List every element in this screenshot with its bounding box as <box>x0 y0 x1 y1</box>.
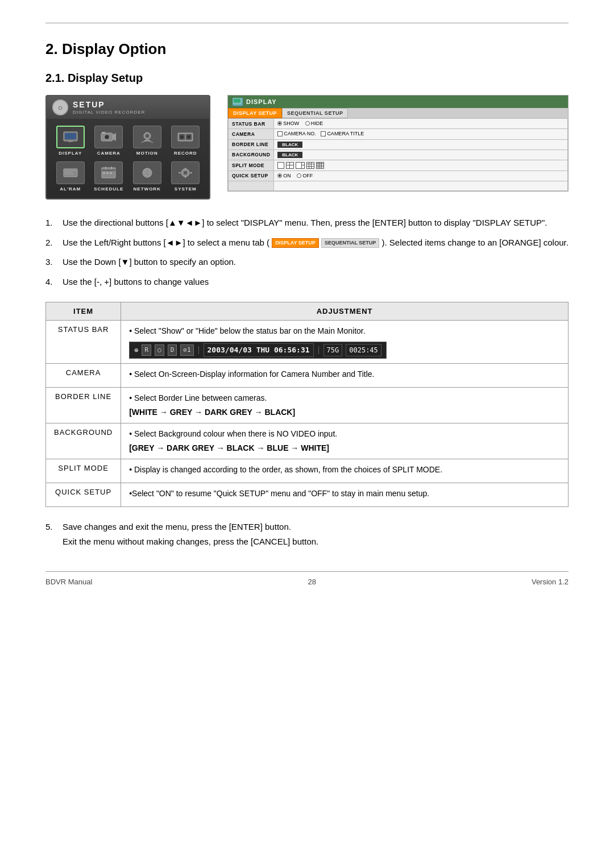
status-hdd-display: 75G <box>323 344 343 356</box>
borderline-value: BLACK <box>274 139 568 149</box>
camera-value: CAMERA NO. CAMERA TITLE <box>274 129 568 140</box>
table-row-splitmode: SPLIT MODE • Display is changed accordin… <box>46 459 569 483</box>
setup-subtitle: DIGITAL VIDEO RECORDER <box>73 110 145 115</box>
svg-point-14 <box>187 135 190 139</box>
setup-icon-display[interactable]: DISPLAY <box>53 126 88 156</box>
setup-icon-alarm[interactable]: AL'RAM <box>53 161 88 192</box>
instructions-list: 1. Use the directional buttons [▲▼◄►] to… <box>45 217 569 288</box>
table-adj-background: • Select Background colour when there is… <box>121 423 569 459</box>
instruction-4-num: 4. <box>45 276 57 289</box>
setup-icon-motion[interactable]: MOTION <box>130 126 164 156</box>
borderline-badge: BLACK <box>277 142 302 148</box>
record-icon-label: RECORD <box>174 151 197 156</box>
table-item-quicksetup: QUICK SETUP <box>46 483 121 506</box>
setup-icons-row1: DISPLAY CAMERA <box>47 119 209 159</box>
display-panel-header: DISPLAY <box>228 95 568 108</box>
display-row-statusbar: STATUS BAR SHOW HIDE <box>229 119 568 129</box>
setup-icons-row2: AL'RAM SCHEDULE <box>47 159 209 198</box>
statusbar-hide-option[interactable]: HIDE <box>305 121 323 126</box>
background-value: BLACK <box>274 149 568 160</box>
quicksetup-value: ON OFF <box>274 171 568 181</box>
splitmode-value <box>274 160 568 171</box>
display-empty-row <box>229 181 568 190</box>
setup-icon-system[interactable]: SYSTEM <box>168 161 202 192</box>
svg-point-32 <box>184 171 187 175</box>
svg-rect-25 <box>110 172 112 174</box>
background-badge: BLACK <box>277 152 302 158</box>
footer-left: BDVR Manual <box>45 578 92 586</box>
svg-rect-35 <box>179 172 181 173</box>
table-item-camera: CAMERA <box>46 363 121 387</box>
statusbar-show-radio[interactable] <box>277 121 282 126</box>
table-adj-splitmode: • Display is changed according to the or… <box>121 459 569 483</box>
svg-rect-23 <box>103 172 105 174</box>
camera-no-checkbox[interactable] <box>277 131 283 136</box>
statusbar-demo-container: ⊕ R ○ D ⊘1 2003/04/03 THU 06:56:31 75G 0… <box>129 339 560 359</box>
svg-rect-24 <box>106 172 109 174</box>
schedule-icon-box <box>94 161 123 184</box>
motion-icon-box <box>133 126 161 148</box>
record-icon-box <box>171 126 200 148</box>
status-seg-o: ○ <box>155 344 164 356</box>
quicksetup-on-option[interactable]: ON <box>277 173 291 178</box>
statusbar-hide-radio[interactable] <box>305 121 310 126</box>
setup-icon-network[interactable]: NETWORK <box>130 161 164 192</box>
instruction-1-num: 1. <box>45 217 57 230</box>
instruction-1-text: Use the directional buttons [▲▼◄►] to se… <box>63 217 569 230</box>
display-row-borderline: BORDER LINE BLACK <box>229 139 568 149</box>
quicksetup-off-radio[interactable] <box>297 173 301 178</box>
svg-rect-2 <box>68 141 73 142</box>
instruction-4-text: Use the [-, +] buttons to change values <box>63 276 569 289</box>
camera-title-option[interactable]: CAMERA TITLE <box>321 131 364 136</box>
table-item-splitmode: SPLIT MODE <box>46 459 121 483</box>
display-row-background: BACKGROUND BLACK <box>229 149 568 160</box>
table-item-statusbar: STATUS BAR <box>46 321 121 364</box>
background-adj-text1: • Select Background colour when there is… <box>129 428 560 440</box>
display-row-quicksetup: QUICK SETUP ON OFF <box>229 171 568 181</box>
table-row-statusbar: STATUS BAR • Select "Show" or "Hide" bel… <box>46 321 569 364</box>
svg-point-13 <box>180 135 184 139</box>
system-icon-label: SYSTEM <box>175 186 197 192</box>
svg-rect-7 <box>102 132 105 134</box>
svg-rect-20 <box>102 169 115 171</box>
splitmode-adj-text: • Display is changed according to the or… <box>129 464 560 476</box>
table-row-borderline: BORDER LINE • Select Border Line between… <box>46 387 569 423</box>
svg-point-5 <box>105 135 109 139</box>
setup-title: SETUP <box>73 100 145 109</box>
instruction-3: 3. Use the Down [▼] button to specify an… <box>45 256 569 269</box>
instruction-3-num: 3. <box>45 256 57 269</box>
quicksetup-on-radio[interactable] <box>277 173 282 178</box>
setup-icon-record[interactable]: RECORD <box>168 126 202 156</box>
statusbar-show-option[interactable]: SHOW <box>277 121 299 126</box>
quicksetup-off-option[interactable]: OFF <box>297 173 313 178</box>
tab-display-setup[interactable]: DISPLAY SETUP <box>228 108 282 118</box>
setup-header: ○ SETUP DIGITAL VIDEO RECORDER <box>47 96 209 119</box>
step5-text1: Save changes and exit the menu, press th… <box>63 522 291 531</box>
setup-icon-schedule[interactable]: SCHEDULE <box>92 161 126 192</box>
status-icons-text: ⊕ <box>134 345 138 355</box>
table-row-background: BACKGROUND • Select Background colour wh… <box>46 423 569 459</box>
split-1x1-icon <box>277 162 284 169</box>
table-row-camera: CAMERA • Select On-Screen-Display inform… <box>46 363 569 387</box>
setup-icon-camera[interactable]: CAMERA <box>92 126 126 156</box>
camera-title-checkbox[interactable] <box>321 131 326 136</box>
setup-ui-panel: ○ SETUP DIGITAL VIDEO RECORDER DISPL <box>45 95 210 200</box>
svg-marker-6 <box>113 133 116 141</box>
network-icon-label: NETWORK <box>134 186 161 192</box>
display-icon-box <box>56 126 85 148</box>
instruction-2: 2. Use the Left/Right buttons [◄►] to se… <box>45 236 569 250</box>
instruction-2-text: Use the Left/Right buttons [◄►] to selec… <box>63 236 569 250</box>
borderline-label: BORDER LINE <box>229 139 274 149</box>
camera-adj-text: • Select On-Screen-Display information f… <box>129 368 560 380</box>
system-icon-box <box>171 161 200 184</box>
camera-icon-box <box>94 126 123 148</box>
svg-rect-36 <box>190 172 192 173</box>
svg-rect-33 <box>185 168 186 170</box>
split-icons-container <box>277 162 564 169</box>
split-4x4-icon <box>316 162 324 169</box>
camera-no-option[interactable]: CAMERA NO. <box>277 131 316 136</box>
table-adj-quicksetup: •Select "ON" to resume "Quick SETUP" men… <box>121 483 569 506</box>
display-settings-panel: DISPLAY DISPLAY SETUP SEQUENTIAL SETUP S… <box>227 95 569 192</box>
tab-sequential-setup[interactable]: SEQUENTIAL SETUP <box>282 108 348 118</box>
status-divider <box>198 346 199 354</box>
